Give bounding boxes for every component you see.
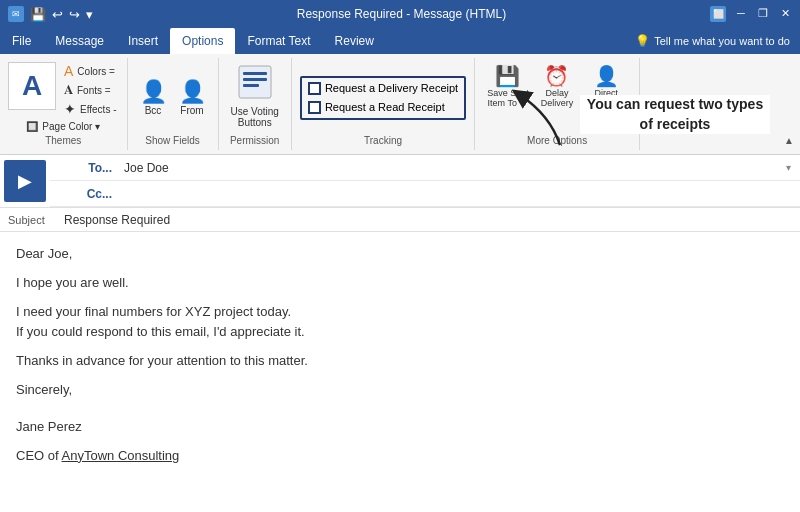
colors-icon: A [64, 63, 73, 79]
customize-quick-btn[interactable]: ▾ [86, 7, 93, 22]
permission-group-label: Permission [227, 133, 283, 146]
ribbon-group-tracking: Request a Delivery Receipt Request a Rea… [292, 58, 475, 150]
direct-replies-btn[interactable]: 👤 DirectReplies To [581, 62, 631, 110]
body-hope: I hope you are well. [16, 273, 784, 294]
themes-fonts-btn[interactable]: 𝐀 Fonts = [62, 81, 119, 99]
cc-row: Cc... [50, 181, 800, 207]
read-receipt-label: Request a Read Receipt [325, 101, 445, 113]
menu-bar: File Message Insert Options Format Text … [0, 28, 800, 54]
themes-colors-btn[interactable]: A Colors = [62, 62, 119, 80]
to-value: Joe Doe [120, 159, 784, 177]
title-bar-left: ✉ 💾 ↩ ↪ ▾ [8, 6, 93, 22]
title-bar-controls: ⬜ ─ ❐ ✕ [710, 6, 792, 22]
save-sent-btn[interactable]: 💾 Save SentItem To ▼ [483, 62, 533, 110]
sig-company: AnyTown Consulting [62, 448, 180, 463]
body-dear: Dear Joe, [16, 244, 784, 265]
cc-label[interactable]: Cc... [50, 187, 120, 201]
svg-rect-0 [239, 66, 271, 98]
menu-insert[interactable]: Insert [116, 28, 170, 54]
themes-row: A A Colors = 𝐀 Fonts = ✦ Effects - [8, 62, 119, 118]
menu-review[interactable]: Review [323, 28, 386, 54]
fonts-icon: 𝐀 [64, 82, 73, 98]
delivery-receipt-checkbox[interactable] [308, 82, 321, 95]
show-fields-group-label: Show Fields [136, 133, 210, 146]
save-sent-label: Save SentItem To ▼ [487, 88, 529, 108]
body-request: I need your final numbers for XYZ projec… [16, 302, 784, 344]
send-btn[interactable]: ▶ [4, 160, 46, 202]
voting-label: Use VotingButtons [231, 106, 279, 128]
cc-value[interactable] [120, 192, 800, 196]
from-btn[interactable]: 👤 From [175, 77, 210, 118]
close-btn[interactable]: ✕ [778, 6, 792, 20]
subject-value: Response Required [60, 211, 800, 229]
page-color-label: Page Color ▾ [42, 121, 100, 132]
menu-message[interactable]: Message [43, 28, 116, 54]
app-icon: ✉ [8, 6, 24, 22]
themes-group-label: Themes [8, 133, 119, 146]
undo-quick-btn[interactable]: ↩ [52, 7, 63, 22]
ribbon-group-permission: Use VotingButtons Permission [219, 58, 292, 150]
bcc-btn[interactable]: 👤 Bcc [136, 77, 171, 118]
email-header: ▶ To... Joe Doe ▾ Cc... [0, 155, 800, 208]
lightbulb-icon: 💡 [635, 34, 650, 48]
read-receipt-row[interactable]: Request a Read Receipt [308, 101, 458, 114]
colors-label: Colors = [77, 66, 115, 77]
svg-rect-1 [243, 72, 267, 75]
direct-replies-label: DirectReplies To [585, 88, 627, 108]
svg-rect-2 [243, 78, 267, 81]
redo-quick-btn[interactable]: ↪ [69, 7, 80, 22]
show-fields-buttons: 👤 Bcc 👤 From [136, 62, 210, 133]
effects-icon: ✦ [64, 101, 76, 117]
effects-label: Effects - [80, 104, 117, 115]
bcc-label: Bcc [145, 105, 162, 116]
read-receipt-checkbox[interactable] [308, 101, 321, 114]
delay-delivery-label: DelayDelivery [541, 88, 574, 108]
tracking-group-label: Tracking [300, 133, 466, 146]
delivery-receipt-label: Request a Delivery Receipt [325, 82, 458, 94]
send-icon: ▶ [18, 170, 32, 192]
themes-page-color-btn[interactable]: 🔲 Page Color ▾ [8, 120, 119, 133]
ribbon-collapse-btn[interactable]: ▲ [778, 131, 800, 150]
email-signature: Jane Perez CEO of AnyTown Consulting [16, 417, 784, 467]
more-options-group-label: More Options [483, 133, 631, 146]
more-options-buttons: 💾 Save SentItem To ▼ ⏰ DelayDelivery 👤 D… [483, 62, 631, 133]
sig-name: Jane Perez [16, 417, 784, 438]
page-color-icon: 🔲 [26, 121, 38, 132]
direct-replies-icon: 👤 [594, 64, 619, 88]
menu-file[interactable]: File [0, 28, 43, 54]
themes-effects-btn[interactable]: ✦ Effects - [62, 100, 119, 118]
subject-row: Subject Response Required [0, 208, 800, 232]
delivery-receipt-row[interactable]: Request a Delivery Receipt [308, 82, 458, 95]
from-label: From [180, 105, 203, 116]
email-area: ▶ To... Joe Doe ▾ Cc... Subject Response… [0, 155, 800, 512]
themes-side-buttons: A Colors = 𝐀 Fonts = ✦ Effects - [62, 62, 119, 118]
menu-search-area[interactable]: 💡 Tell me what you want to do [625, 28, 800, 54]
delay-delivery-btn[interactable]: ⏰ DelayDelivery [537, 62, 578, 110]
body-thanks: Thanks in advance for your attention to … [16, 351, 784, 372]
collapse-icon: ⬜ [710, 6, 726, 22]
to-cc-fields: To... Joe Doe ▾ Cc... [50, 155, 800, 207]
menu-format-text[interactable]: Format Text [235, 28, 322, 54]
scroll-arrow[interactable]: ▾ [784, 162, 800, 173]
menu-options[interactable]: Options [170, 28, 235, 54]
tracking-checkboxes-outline: Request a Delivery Receipt Request a Rea… [300, 76, 466, 120]
delay-delivery-icon: ⏰ [544, 64, 569, 88]
ribbon-group-more-options: 💾 Save SentItem To ▼ ⏰ DelayDelivery 👤 D… [475, 58, 640, 150]
sig-title: CEO of AnyTown Consulting [16, 446, 784, 467]
minimize-btn[interactable]: ─ [734, 6, 748, 20]
use-voting-btn[interactable]: Use VotingButtons [227, 62, 283, 130]
from-icon: 👤 [179, 79, 206, 105]
save-quick-btn[interactable]: 💾 [30, 7, 46, 22]
quick-access-toolbar: ✉ 💾 ↩ ↪ ▾ [8, 6, 93, 22]
fonts-label: Fonts = [77, 85, 111, 96]
window-title: Response Required - Message (HTML) [93, 7, 710, 21]
to-label[interactable]: To... [50, 161, 120, 175]
ribbon-group-themes: A A Colors = 𝐀 Fonts = ✦ Effects - 🔲 [0, 58, 128, 150]
save-sent-icon: 💾 [495, 64, 520, 88]
tracking-checkboxes: Request a Delivery Receipt Request a Rea… [308, 82, 458, 114]
ribbon-group-show-fields: 👤 Bcc 👤 From Show Fields [128, 58, 219, 150]
restore-btn[interactable]: ❐ [756, 6, 770, 20]
email-body[interactable]: Dear Joe, I hope you are well. I need yo… [0, 232, 800, 512]
send-btn-col: ▶ [0, 155, 50, 207]
menu-search-label: Tell me what you want to do [654, 35, 790, 47]
